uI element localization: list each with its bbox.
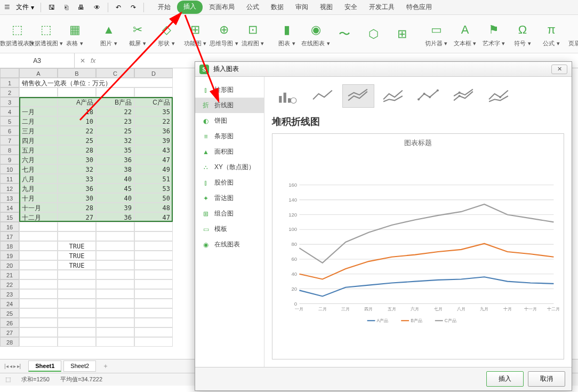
cell[interactable] — [96, 318, 134, 327]
cell[interactable] — [19, 279, 58, 289]
cell[interactable] — [19, 299, 58, 308]
insert-button[interactable]: 插入 — [486, 371, 524, 387]
ribbon-切片器[interactable]: ▭切片器 ▾ — [423, 19, 449, 49]
cell[interactable] — [96, 87, 134, 97]
cell[interactable]: 47 — [134, 155, 173, 164]
cell[interactable]: 5 — [0, 116, 19, 126]
cell[interactable] — [96, 222, 134, 231]
cell[interactable]: 45 — [96, 183, 134, 193]
cell[interactable] — [134, 337, 173, 347]
cell[interactable] — [58, 318, 96, 327]
cell[interactable]: TRUE — [58, 241, 96, 251]
cell[interactable]: A产品 — [58, 97, 96, 107]
tab-2[interactable]: 页面布局 — [204, 1, 240, 14]
cell[interactable]: 三月 — [19, 126, 58, 135]
cell[interactable] — [19, 222, 58, 231]
cell[interactable]: 22 — [134, 116, 173, 126]
cell[interactable] — [134, 299, 173, 308]
chart-type-10[interactable]: ◉在线图表 — [195, 237, 264, 252]
tab-8[interactable]: 开发工具 — [364, 1, 400, 14]
subtype-2[interactable] — [342, 84, 374, 108]
cell[interactable]: 18 — [58, 107, 96, 116]
cell[interactable]: 28 — [0, 337, 19, 347]
cell[interactable]: 20 — [0, 260, 19, 270]
cell[interactable] — [96, 279, 134, 289]
cell[interactable]: 4 — [0, 107, 19, 116]
cell[interactable]: 十二月 — [19, 212, 58, 222]
cell[interactable] — [134, 260, 173, 270]
cell[interactable] — [134, 270, 173, 279]
cell[interactable] — [96, 231, 134, 241]
cell[interactable]: 10 — [0, 164, 19, 174]
cell[interactable]: A — [19, 68, 58, 78]
cell[interactable]: 27 — [0, 327, 19, 337]
cell[interactable]: 36 — [134, 126, 173, 135]
cell[interactable] — [58, 327, 96, 337]
cell[interactable]: 28 — [58, 203, 96, 212]
ribbon-艺术字[interactable]: ⚑艺术字 ▾ — [481, 19, 507, 49]
cell[interactable]: 40 — [96, 193, 134, 203]
cell[interactable] — [58, 222, 96, 231]
chart-type-0[interactable]: ⫿柱形图 — [195, 82, 264, 98]
cancel-button[interactable]: 取消 — [528, 371, 565, 387]
cell[interactable]: 40 — [96, 174, 134, 183]
subtype-5[interactable] — [448, 84, 480, 108]
chart-type-4[interactable]: ▲面积图 — [195, 144, 264, 159]
cell[interactable] — [134, 251, 173, 260]
cell[interactable]: 16 — [0, 222, 19, 231]
cell[interactable]: 36 — [96, 212, 134, 222]
cell[interactable] — [58, 337, 96, 347]
cell[interactable]: 35 — [96, 145, 134, 155]
subtype-1[interactable] — [307, 84, 339, 108]
cell[interactable]: 9 — [0, 155, 19, 164]
cell[interactable]: 四月 — [19, 135, 58, 145]
prev-icon[interactable]: ⎗ — [60, 2, 73, 13]
cell[interactable]: D — [134, 68, 173, 78]
cell[interactable]: 七月 — [19, 164, 58, 174]
redo-icon[interactable]: ↷ — [126, 2, 140, 13]
cell[interactable]: 五月 — [19, 145, 58, 155]
cell[interactable]: 47 — [134, 212, 173, 222]
cell[interactable]: 13 — [0, 193, 19, 203]
cell[interactable]: 39 — [96, 203, 134, 212]
cell[interactable]: 30 — [58, 155, 96, 164]
print-icon[interactable]: 🖶 — [74, 2, 89, 13]
sheet-next-icon[interactable]: ▸ — [13, 363, 16, 369]
cell[interactable] — [134, 327, 173, 337]
cell[interactable]: 1 — [0, 78, 19, 87]
cell[interactable]: 25 — [96, 126, 134, 135]
cell[interactable] — [96, 299, 134, 308]
cell[interactable] — [134, 289, 173, 299]
cell[interactable] — [96, 337, 134, 347]
cell[interactable] — [19, 97, 58, 107]
ribbon-图表[interactable]: ▮图表 ▾ — [274, 19, 300, 49]
close-icon[interactable]: ✕ — [551, 65, 567, 74]
cell[interactable] — [96, 289, 134, 299]
cell[interactable]: 27 — [58, 212, 96, 222]
cell[interactable] — [134, 241, 173, 251]
ribbon-文本框[interactable]: A文本框 ▾ — [452, 19, 478, 49]
cell[interactable]: 六月 — [19, 155, 58, 164]
ribbon-页眉和页脚[interactable]: ▤页眉和页脚 ▾ — [573, 19, 578, 49]
ribbon-功能图[interactable]: ⊞功能图 ▾ — [182, 19, 208, 49]
cell[interactable] — [96, 241, 134, 251]
cell[interactable] — [19, 289, 58, 299]
cell[interactable]: TRUE — [58, 251, 96, 260]
cell[interactable]: 38 — [96, 164, 134, 174]
cell[interactable] — [19, 318, 58, 327]
cell[interactable]: 49 — [134, 164, 173, 174]
cell[interactable]: 十月 — [19, 193, 58, 203]
chart-type-1[interactable]: 折折线图 — [195, 98, 264, 113]
dialog-titlebar[interactable]: S 插入图表 ✕ — [195, 62, 572, 77]
cell[interactable]: 30 — [58, 193, 96, 203]
cell[interactable]: 22 — [58, 126, 96, 135]
cell[interactable]: 36 — [96, 155, 134, 164]
ribbon-在线图表[interactable]: ◉在线图表 ▾ — [303, 19, 328, 49]
cell[interactable]: 19 — [0, 251, 19, 260]
subtype-3[interactable] — [378, 84, 410, 108]
preview-icon[interactable]: 👁 — [90, 2, 105, 13]
chart-type-8[interactable]: ⊞组合图 — [195, 206, 264, 221]
cell[interactable]: 6 — [0, 126, 19, 135]
cell[interactable] — [19, 251, 58, 260]
cell[interactable] — [96, 327, 134, 337]
